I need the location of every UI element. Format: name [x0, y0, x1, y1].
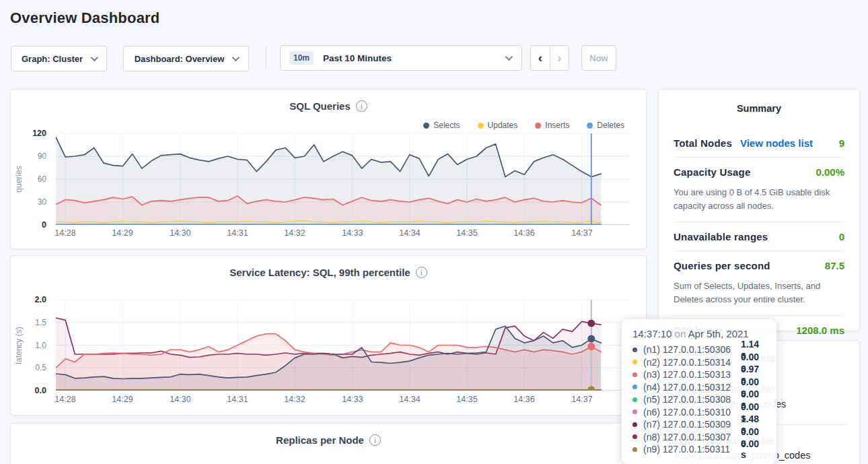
summary-body: Total Nodes View nodes list 9 Capacity U…: [674, 129, 844, 344]
x-axis-tick: 14:30: [166, 228, 195, 238]
x-axis-tick: 14:37: [567, 228, 597, 238]
node-color-dot-icon: [632, 434, 637, 439]
x-axis-tick: 14:36: [509, 395, 539, 404]
legend-item-updates[interactable]: Updates: [478, 121, 518, 130]
replicas-per-node-card: Replicas per Node i: [10, 423, 647, 464]
node-color-dot-icon: [632, 347, 637, 352]
graph-dropdown-label: Graph: Cluster: [22, 54, 83, 64]
y-axis-tick: 0.5: [35, 363, 46, 372]
info-icon[interactable]: i: [369, 434, 381, 446]
dashboard-dropdown-label: Dashboard: Overview: [135, 54, 225, 64]
tooltip-node-address: (n8) 127.0.0.1:50307: [643, 432, 741, 442]
x-axis-tick: 14:28: [50, 395, 80, 404]
legend-item-deletes[interactable]: Deletes: [587, 121, 624, 130]
latency-plot[interactable]: [56, 300, 630, 393]
page-title: Overview Dashboard: [10, 9, 159, 27]
x-axis-tick: 14:33: [338, 228, 367, 238]
x-axis-tick: 14:29: [108, 228, 137, 238]
node-color-dot-icon: [632, 360, 637, 364]
info-icon[interactable]: i: [356, 100, 367, 112]
sql-legend: SelectsUpdatesInsertsDeletes: [423, 121, 624, 130]
legend-dot-icon: [535, 123, 541, 129]
tooltip-node-address: (n7) 127.0.0.1:50309: [643, 419, 741, 430]
x-axis-tick: 14:31: [223, 395, 252, 404]
legend-dot-icon: [587, 123, 593, 129]
summary-value: 0.00%: [816, 166, 844, 178]
tooltip-time: 14:37:10: [632, 328, 672, 339]
chevron-down-icon: [91, 54, 98, 61]
legend-item-selects[interactable]: Selects: [423, 121, 460, 130]
y-axis-tick: 0.0: [35, 386, 46, 395]
tooltip-node-address: (n2) 127.0.0.1:50314: [643, 357, 741, 368]
y-axis-tick: 1.5: [35, 318, 46, 327]
time-range-label: Past 10 Minutes: [323, 53, 392, 63]
x-axis-tick: 14:35: [452, 395, 482, 404]
legend-label: Selects: [433, 121, 460, 130]
graph-dropdown[interactable]: Graph: Cluster: [11, 46, 107, 71]
view-nodes-list-link[interactable]: View nodes list: [740, 137, 813, 149]
tooltip-node-address: (n5) 127.0.0.1:50308: [643, 394, 741, 405]
dashboard-dropdown[interactable]: Dashboard: Overview: [123, 46, 249, 71]
chevron-down-icon: [505, 53, 513, 61]
legend-dot-icon: [423, 123, 429, 129]
legend-label: Updates: [488, 121, 518, 130]
summary-desc: You are using 0 B of 4.5 GiB usable disk…: [674, 186, 844, 222]
chart-tooltip: 14:37:10 on Apr 5th, 2021 (n1) 127.0.0.1…: [621, 319, 777, 464]
x-axis-tick: 14:32: [280, 395, 310, 404]
x-axis-tick: 14:34: [395, 395, 425, 404]
summary-row-capacity: Capacity Usage 0.00%: [674, 157, 844, 186]
node-color-dot-icon: [632, 409, 637, 414]
chart-title-text: Service Latency: SQL, 99th percentile: [229, 267, 410, 278]
tooltip-node-address: (n4) 127.0.0.1:50312: [643, 382, 741, 393]
time-prev-button[interactable]: ‹: [531, 46, 550, 70]
x-axis-tick: 14:30: [166, 395, 195, 404]
summary-value: 0: [839, 231, 844, 242]
y-axis-tick: 120: [32, 129, 46, 138]
summary-row-total-nodes: Total Nodes View nodes list 9: [674, 129, 844, 157]
sql-queries-card: SQL Queries i SelectsUpdatesInsertsDelet…: [10, 89, 647, 249]
chart-title-text: Replicas per Node: [276, 434, 364, 446]
summary-desc: Sum of Selects, Updates, Inserts, and De…: [674, 279, 844, 315]
y-axis-tick: 30: [38, 197, 46, 207]
y-axis-tick: 90: [38, 152, 46, 161]
x-axis-tick: 14:34: [395, 228, 425, 238]
summary-heading: Summary: [659, 103, 859, 114]
x-axis-tick: 14:29: [108, 395, 137, 404]
service-latency-card: Service Latency: SQL, 99th percentile i …: [10, 255, 647, 416]
now-button[interactable]: Now: [581, 45, 616, 71]
time-next-button[interactable]: ›: [550, 46, 569, 70]
node-color-dot-icon: [632, 397, 637, 402]
toolbar-divider: [266, 47, 266, 69]
node-color-dot-icon: [632, 372, 637, 377]
sql-plot[interactable]: [56, 133, 630, 228]
summary-value: 9: [839, 137, 844, 149]
summary-value: 1208.0 ms: [796, 325, 844, 336]
summary-label: Queries per second: [674, 260, 770, 271]
legend-item-inserts[interactable]: Inserts: [535, 121, 569, 130]
summary-row-unavailable: Unavailable ranges 0: [674, 222, 844, 251]
tooltip-rows: (n1) 127.0.0.1:503061.14 s(n2) 127.0.0.1…: [632, 343, 766, 456]
x-axis-tick: 14:36: [509, 228, 539, 238]
x-axis-tick: 14:37: [567, 395, 597, 404]
legend-label: Inserts: [545, 121, 569, 130]
chart-title-text: SQL Queries: [289, 100, 351, 112]
tooltip-header: 14:37:10 on Apr 5th, 2021: [632, 328, 766, 339]
x-axis-tick: 14:32: [280, 228, 310, 238]
legend-dot-icon: [478, 123, 484, 129]
summary-label: Capacity Usage: [674, 166, 751, 178]
tooltip-node-address: (n6) 127.0.0.1:50310: [643, 407, 741, 418]
y-axis-tick: 1.0: [35, 341, 46, 350]
now-button-label: Now: [589, 53, 608, 63]
tooltip-date: Apr 5th, 2021: [688, 328, 749, 339]
tooltip-on: on: [675, 328, 686, 339]
summary-panel: Summary Total Nodes View nodes list 9 Ca…: [658, 89, 860, 331]
x-axis-tick: 14:33: [338, 395, 367, 404]
time-nav-group: ‹ ›: [530, 45, 569, 71]
info-icon[interactable]: i: [416, 267, 427, 278]
tooltip-node-value: 0.00 s: [741, 438, 766, 460]
y-axis-tick: 60: [38, 174, 46, 184]
time-range-selector[interactable]: 10m Past 10 Minutes: [280, 45, 522, 71]
node-color-dot-icon: [632, 447, 637, 452]
node-color-dot-icon: [632, 422, 637, 427]
tooltip-node-address: (n3) 127.0.0.1:50313: [643, 369, 741, 380]
